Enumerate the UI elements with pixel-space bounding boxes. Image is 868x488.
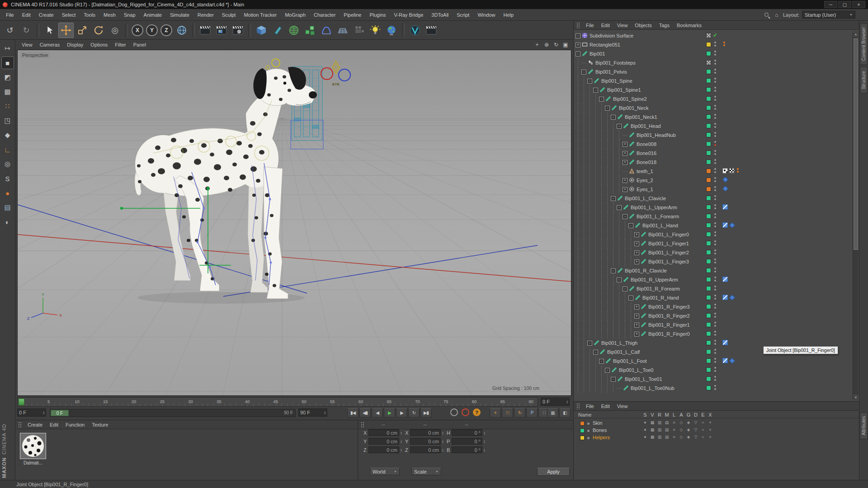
add-sky-button[interactable]: [384, 23, 399, 38]
model-mode-icon[interactable]: ■: [1, 56, 14, 69]
visibility-dots[interactable]: [714, 51, 716, 56]
menu-pipeline[interactable]: Pipeline: [340, 10, 365, 20]
visibility-dots[interactable]: [714, 177, 716, 182]
layer-color-chip[interactable]: [706, 250, 711, 255]
viewport-toggle-icon[interactable]: ▣: [561, 41, 570, 49]
menu-select[interactable]: Select: [58, 10, 80, 20]
layer-color-chip[interactable]: [706, 349, 711, 354]
layer-column-d[interactable]: D: [692, 412, 699, 418]
tree-item-bip001-head[interactable]: -Bip001_Head: [574, 122, 853, 131]
add-camera-button[interactable]: [351, 23, 367, 38]
layer-toggle-m[interactable]: ▤: [663, 435, 670, 439]
layer-color-chip[interactable]: [706, 96, 711, 101]
layer-toggle-v[interactable]: ▦: [649, 435, 656, 439]
add-light-button[interactable]: [368, 23, 383, 38]
layer-toggle-e[interactable]: ≈: [699, 435, 707, 439]
key-rotation-button[interactable]: ↻: [514, 408, 525, 418]
tree-item-bip001-r-finger0[interactable]: +Bip001_R_Finger0: [574, 329, 853, 338]
tree-item-bone018[interactable]: +Bone018: [574, 158, 853, 167]
tree-item-bip001-l-foot[interactable]: -Bip001_L_Foot: [574, 357, 853, 366]
spinner-arrows[interactable]: ▴▾: [441, 440, 445, 443]
tree-expander-minus-icon[interactable]: -: [605, 368, 610, 373]
timeline-layout-button[interactable]: ◧: [559, 408, 571, 418]
layer-color-chip[interactable]: [706, 78, 711, 83]
layer-color-chip[interactable]: [706, 141, 711, 146]
tree-item-bip001-r-upperarm[interactable]: -Bip001_R_UpperArm: [574, 275, 853, 284]
visibility-dots[interactable]: [714, 195, 716, 200]
scrollbar[interactable]: ▲ ▼: [853, 31, 859, 400]
tree-item-bip001-l-finger2[interactable]: +Bip001_L_Finger2: [574, 248, 853, 257]
visibility-dots[interactable]: [714, 42, 716, 47]
layer-toggle-a[interactable]: ◇: [678, 427, 685, 432]
tree-item-bip001-l-toe01[interactable]: -Bip001_L_Toe01: [574, 375, 853, 384]
layer-toggle-x[interactable]: ×: [707, 420, 714, 425]
tree-item-bone008[interactable]: +Bone008: [574, 140, 853, 149]
tree-item-bip001-spine[interactable]: -Bip001_Spine: [574, 76, 853, 85]
layer-color-swatch[interactable]: [580, 421, 585, 426]
menu-animate[interactable]: Animate: [140, 10, 166, 20]
tree-expander-plus-icon[interactable]: +: [623, 178, 627, 183]
layer-column-a[interactable]: A: [678, 412, 685, 418]
coordinate-system-button[interactable]: [174, 23, 189, 38]
layer-column-v[interactable]: V: [649, 412, 656, 418]
weight-tag-icon[interactable]: [722, 295, 728, 300]
weight-tag-icon[interactable]: [722, 222, 728, 228]
prev-frame-button[interactable]: ◀: [372, 408, 383, 418]
panel-grip[interactable]: [18, 422, 22, 428]
visibility-dots[interactable]: [714, 367, 716, 372]
layer-menu-file[interactable]: File: [582, 402, 598, 411]
layer-color-chip[interactable]: [706, 214, 711, 219]
tree-expander-minus-icon[interactable]: -: [617, 124, 622, 129]
material-menu-edit[interactable]: Edit: [46, 420, 62, 429]
dots-tag-icon[interactable]: [722, 42, 726, 47]
layer-row-bones[interactable]: Bones●▦▥▤≡◇◈▽≈×: [574, 427, 859, 434]
scroll-up-icon[interactable]: ▲: [853, 31, 859, 37]
tree-expander-minus-icon[interactable]: -: [623, 214, 627, 219]
layer-toggle-d[interactable]: ▽: [692, 427, 699, 432]
visibility-dots[interactable]: [714, 78, 716, 83]
tree-expander-minus-icon[interactable]: -: [587, 79, 592, 84]
layer-column-m[interactable]: M: [663, 412, 670, 418]
menu-snap[interactable]: Snap: [120, 10, 140, 20]
material-item[interactable]: Dalmati...: [20, 433, 47, 465]
viewport-menu-options[interactable]: Options: [87, 40, 111, 49]
layer-toggle-g[interactable]: ◈: [685, 427, 692, 432]
tree-item-bip001-l-clavicle[interactable]: -Bip001_L_Clavicle: [574, 194, 853, 203]
tree-item-bip001-neck[interactable]: -Bip001_Neck: [574, 103, 853, 113]
layer-toggle-g[interactable]: ◈: [685, 420, 692, 425]
material-menu-create[interactable]: Create: [24, 420, 46, 429]
om-menu-bookmarks[interactable]: Bookmarks: [673, 21, 705, 30]
visibility-dots[interactable]: [714, 349, 716, 354]
coord-field-b[interactable]: 0 °: [452, 446, 482, 453]
spinner-arrows[interactable]: ▴▾: [399, 431, 403, 435]
layer-toggle-s[interactable]: ●: [642, 427, 649, 432]
visibility-dots[interactable]: [714, 123, 716, 128]
coord-system-dropdown[interactable]: World ▼: [370, 468, 400, 475]
prev-key-button[interactable]: ◀▮: [359, 408, 371, 418]
make-editable-icon[interactable]: ↦: [1, 42, 14, 55]
vray-button[interactable]: [407, 23, 423, 38]
layer-color-chip[interactable]: [706, 196, 711, 201]
visibility-dots[interactable]: [714, 304, 716, 309]
key-scale-button[interactable]: □: [502, 408, 513, 418]
layer-color-chip[interactable]: [706, 268, 711, 273]
record-active-objects-button[interactable]: [450, 408, 458, 416]
next-frame-button[interactable]: ▶: [396, 408, 407, 418]
tree-expander-minus-icon[interactable]: -: [581, 70, 586, 75]
layer-color-chip[interactable]: [706, 313, 711, 318]
tree-expander-minus-icon[interactable]: -: [611, 377, 616, 382]
current-frame-field[interactable]: 0 F ▴▾: [541, 398, 570, 406]
tree-expander-plus-icon[interactable]: +: [623, 151, 627, 156]
timeline-ruler[interactable]: 51015202530354045505560657075808590: [17, 397, 538, 407]
visibility-dots[interactable]: [714, 358, 716, 363]
layer-toggle-a[interactable]: ◇: [678, 420, 685, 425]
coordinate-column-header[interactable]: --: [405, 422, 445, 428]
layer-color-chip[interactable]: [706, 322, 711, 327]
tree-expander-minus-icon[interactable]: -: [611, 115, 616, 120]
view-name-label[interactable]: Perspective: [20, 52, 50, 58]
layer-toggle-m[interactable]: ▤: [663, 427, 670, 432]
goto-end-button[interactable]: ▶▮: [420, 408, 432, 418]
visibility-dots[interactable]: [714, 313, 716, 318]
lock-y-button[interactable]: Y: [146, 24, 158, 36]
viewport-zoom-icon[interactable]: ⊕: [542, 41, 551, 49]
